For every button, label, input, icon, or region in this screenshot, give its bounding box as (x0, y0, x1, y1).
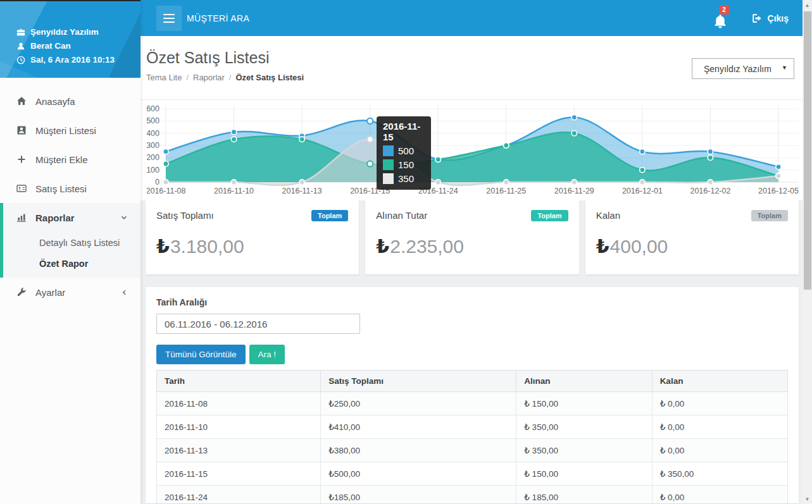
svg-text:500: 500 (147, 116, 159, 125)
datetime-text: Sal, 6 Ara 2016 10:13 (30, 53, 115, 67)
sidebar-toggle-button[interactable] (156, 6, 182, 31)
svg-text:2016-11-29: 2016-11-29 (554, 187, 594, 195)
amount: 400,00 (610, 236, 668, 257)
tooltip-date: 2016-11-15 (383, 121, 425, 142)
total-badge: Toplam (311, 210, 348, 221)
search-button[interactable]: Ara ! (249, 345, 285, 364)
chevron-left-icon (121, 289, 128, 296)
sidebar-item-label: Satış Listesi (35, 183, 87, 194)
card-value: ₺2.235,00 (376, 235, 568, 257)
tooltip-value: 350 (398, 173, 414, 184)
notification-count-badge: 2 (719, 5, 730, 15)
customer-search-link[interactable]: MÜŞTERİ ARA (187, 0, 249, 36)
svg-text:2016-11-08: 2016-11-08 (147, 187, 186, 195)
id-card-icon (16, 125, 27, 135)
user-row: Berat Can (16, 39, 141, 53)
tooltip-row: 500 (383, 145, 425, 156)
sidebar-menu: Anasayfa Müşteri Listesi Müşteri Ekle Sa… (0, 78, 141, 307)
logout-label: Çıkış (768, 13, 789, 23)
card-value: ₺3.180,00 (156, 235, 348, 257)
breadcrumb-raporlar[interactable]: Raporlar (193, 73, 225, 82)
cell-date: 2016-11-10 (157, 415, 321, 439)
sidebar-item-detayli-satis-listesi[interactable]: Detaylı Satış Listesi (3, 232, 141, 253)
cell-remaining: ₺ 0,00 (652, 415, 787, 439)
wrench-icon (16, 287, 27, 297)
user-name: Berat Can (30, 39, 71, 53)
sidebar-item-label: Ayarlar (35, 287, 65, 298)
cell-remaining: ₺ 0,00 (652, 392, 787, 415)
scrollbar-thumb[interactable] (804, 11, 811, 290)
currency-symbol: ₺ (596, 236, 609, 257)
svg-text:2016-11-13: 2016-11-13 (282, 187, 322, 195)
cell-date: 2016-11-13 (157, 439, 321, 462)
tooltip-row: 350 (383, 173, 425, 184)
scroll-down-arrow[interactable]: ▼ (803, 494, 812, 504)
cell-date: 2016-11-24 (157, 486, 321, 504)
sidebar-item-label: Anasayfa (35, 96, 75, 107)
date-range-label: Tarih Aralığı (156, 297, 788, 307)
cell-received: ₺ 150,00 (516, 392, 652, 415)
card-title: Alınan Tutar (376, 210, 427, 221)
top-band: Özet Satış Listesi Tema Lite / Raporlar … (141, 36, 803, 200)
notifications-button[interactable]: 2 (713, 8, 730, 29)
cell-remaining: ₺ 350,00 (652, 462, 787, 486)
report-panel: Tarih Aralığı Tümünü Görüntüle Ara ! Tar… (146, 287, 799, 503)
col-tarih: Tarih (157, 371, 321, 392)
sales-area-chart[interactable]: 01002003004005006002016-11-082016-11-102… (141, 100, 803, 200)
company-select[interactable]: Şenyıldız Yazılım (692, 58, 794, 79)
svg-text:400: 400 (147, 129, 159, 138)
table-row: 2016-11-13 ₺380,00 ₺ 350,00 ₺ 0,00 (157, 439, 788, 462)
bell-icon (713, 14, 727, 29)
company-row: Şenyıldız Yazılım (16, 25, 141, 39)
summary-cards: Satış Toplamı Toplam ₺3.180,00 Alınan Tu… (141, 200, 803, 274)
sidebar-item-label: Müşteri Ekle (35, 154, 88, 165)
main-content: Özet Satış Listesi Tema Lite / Raporlar … (141, 36, 803, 504)
svg-text:300: 300 (147, 141, 159, 150)
currency-symbol: ₺ (156, 236, 170, 257)
svg-text:2016-11-10: 2016-11-10 (214, 187, 254, 195)
breadcrumb-separator: / (186, 73, 189, 82)
scroll-up-arrow[interactable]: ▲ (803, 0, 812, 10)
sidebar-item-ozet-rapor[interactable]: Özet Rapor (3, 253, 141, 274)
cell-received: ₺ 350,00 (516, 439, 652, 462)
amount: 2.235,00 (390, 236, 464, 257)
sidebar-item-label: Raporlar (35, 212, 75, 223)
col-alinan: Alınan (516, 371, 652, 392)
raporlar-section: Raporlar Detaylı Satış Listesi Özet Rapo… (0, 203, 141, 278)
sidebar-item-raporlar[interactable]: Raporlar (3, 203, 141, 232)
sidebar-item-musteri-listesi[interactable]: Müşteri Listesi (0, 116, 141, 145)
card-title: Kalan (596, 210, 620, 221)
card-alinan-tutar: Alınan Tutar Toplam ₺2.235,00 (365, 200, 578, 274)
view-all-button[interactable]: Tümünü Görüntüle (156, 345, 246, 364)
address-card-icon (16, 183, 27, 194)
briefcase-icon (16, 28, 25, 37)
page-scrollbar[interactable]: ▲ ▼ (803, 0, 812, 504)
svg-text:2016-12-02: 2016-12-02 (690, 187, 730, 195)
tooltip-value: 150 (398, 159, 414, 170)
sidebar-item-ayarlar[interactable]: Ayarlar (0, 278, 141, 307)
chart-tooltip: 2016-11-15 500 150 350 (377, 116, 431, 190)
card-kalan: Kalan Toplam ₺400,00 (585, 200, 799, 274)
submenu-label: Detaylı Satış Listesi (39, 238, 120, 248)
cell-total: ₺410,00 (321, 415, 516, 439)
svg-text:100: 100 (147, 166, 159, 175)
logout-button[interactable]: Çıkış (751, 13, 789, 24)
series-swatch-blue (383, 145, 394, 156)
sidebar-item-anasayfa[interactable]: Anasayfa (0, 87, 141, 116)
total-badge: Toplam (531, 210, 568, 221)
clock-icon (16, 56, 25, 65)
bar-chart-icon (16, 212, 27, 223)
company-select-wrap: Şenyıldız Yazılım ▼ (692, 58, 794, 79)
sidebar-item-satis-listesi[interactable]: Satış Listesi (0, 174, 141, 203)
series-swatch-teal (383, 159, 394, 170)
total-badge: Toplam (751, 210, 788, 221)
tooltip-value: 500 (398, 145, 414, 156)
table-row: 2016-11-10 ₺410,00 ₺ 350,00 ₺ 0,00 (157, 415, 788, 439)
table-row: 2016-11-24 ₺185,00 ₺ 185,00 ₺ 0,00 (157, 486, 788, 504)
sidebar-item-musteri-ekle[interactable]: Müşteri Ekle (0, 145, 141, 174)
date-range-input[interactable] (156, 314, 360, 334)
breadcrumb-home[interactable]: Tema Lite (146, 73, 182, 82)
card-value: ₺400,00 (596, 235, 788, 257)
sidebar-item-label: Müşteri Listesi (35, 125, 96, 136)
cell-total: ₺500,00 (321, 462, 516, 486)
